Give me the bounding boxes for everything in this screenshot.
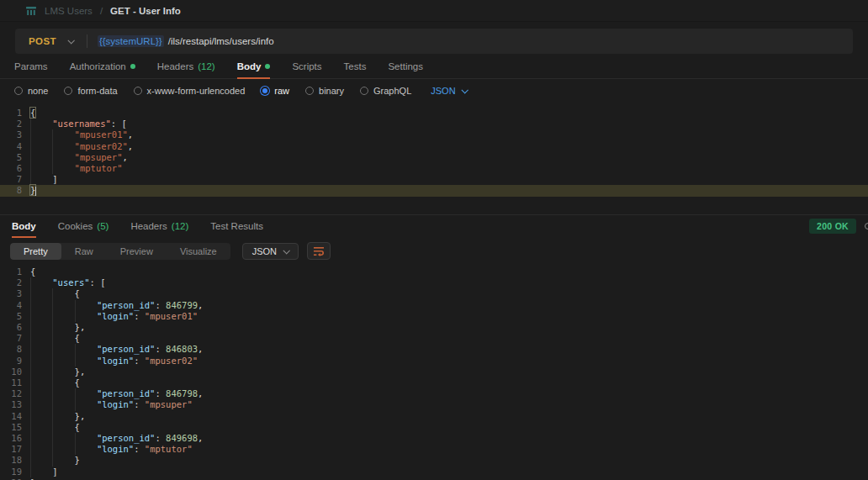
line-number: 5 — [0, 152, 30, 163]
chevron-down-icon[interactable] — [67, 37, 74, 44]
view-visualize[interactable]: Visualize — [167, 243, 230, 260]
text-caret — [35, 187, 36, 196]
code-content: }, — [30, 322, 85, 333]
tab-params[interactable]: Params — [14, 54, 48, 78]
code-content: "mpuser02", — [30, 141, 133, 152]
line-number: 7 — [0, 333, 30, 344]
code-content: "person_id": 846798, — [30, 388, 203, 399]
line-number: 3 — [0, 288, 30, 299]
radio-label: none — [28, 86, 48, 96]
wrap-lines-button[interactable] — [307, 242, 331, 260]
line-number: 4 — [0, 300, 30, 311]
language-label: JSON — [431, 86, 455, 96]
line-number: 3 — [0, 129, 30, 140]
code-line: 12 "person_id": 846798, — [0, 388, 868, 399]
line-number: 13 — [0, 399, 30, 410]
tab-count: (12) — [172, 221, 188, 231]
code-line: 15 { — [0, 422, 868, 433]
tab-label: Authorization — [70, 61, 126, 71]
breadcrumb-separator: / — [100, 6, 103, 16]
tab-authorization[interactable]: Authorization — [70, 54, 135, 78]
line-number: 16 — [0, 433, 30, 444]
response-tab-headers[interactable]: Headers (12) — [130, 215, 188, 237]
code-content: "login": "mpuser01" — [30, 311, 198, 322]
line-number: 1 — [0, 266, 30, 277]
tab-headers[interactable]: Headers (12) — [157, 54, 215, 78]
response-meta-bar: Body Cookies (5) Headers (12) Test Resul… — [0, 215, 868, 237]
radio-label: x-www-form-urlencoded — [147, 86, 246, 96]
code-line: 10 }, — [0, 367, 868, 377]
tab-body[interactable]: Body — [237, 54, 271, 78]
code-content: }, — [30, 367, 85, 377]
request-body-editor[interactable]: 1{2 "usernames": [3 "mpuser01",4 "mpuser… — [0, 102, 868, 214]
radio-label: raw — [274, 86, 289, 96]
method-selector[interactable]: POST — [15, 36, 68, 46]
code-line: 4 "mpuser02", — [0, 141, 868, 152]
collection-icon — [25, 5, 37, 17]
code-line: 2 "usernames": [ — [0, 119, 868, 129]
url-input[interactable]: /ils/restapi/lms/users/info — [168, 36, 274, 46]
view-pretty[interactable]: Pretty — [10, 243, 61, 260]
divider — [87, 34, 87, 48]
code-line: 2 "users": [ — [0, 277, 868, 288]
radio-raw[interactable]: raw — [261, 86, 289, 96]
tab-settings[interactable]: Settings — [388, 54, 423, 78]
tab-tests[interactable]: Tests — [344, 54, 367, 78]
response-view-switcher: Pretty Raw Preview Visualize — [10, 243, 230, 260]
radio-none[interactable]: none — [14, 86, 48, 96]
response-language-dropdown[interactable]: JSON — [242, 243, 299, 260]
tab-scripts[interactable]: Scripts — [292, 54, 321, 78]
radio-form-data[interactable]: form-data — [64, 86, 117, 96]
radio-binary[interactable]: binary — [305, 86, 344, 96]
tab-label: Tests — [344, 61, 367, 71]
radio-x-www-form-urlencoded[interactable]: x-www-form-urlencoded — [134, 86, 246, 96]
green-dot-icon — [265, 64, 270, 69]
code-line: 4 "person_id": 846799, — [0, 300, 868, 311]
code-content: ] — [30, 467, 58, 477]
request-url-bar: POST {{systemURL}} /ils/restapi/lms/user… — [15, 29, 853, 54]
code-content: { — [30, 333, 80, 344]
line-number: 11 — [0, 377, 30, 388]
line-number: 12 — [0, 388, 30, 399]
code-line: 11 { — [0, 377, 868, 388]
code-content: { — [30, 266, 35, 277]
code-line: 9 "login": "mpuser02" — [0, 356, 868, 367]
response-tab-body[interactable]: Body — [12, 215, 36, 237]
radio-icon — [305, 87, 314, 95]
response-tab-test-results[interactable]: Test Results — [210, 215, 263, 237]
tab-label: Body — [12, 221, 36, 231]
code-content: { — [30, 377, 80, 388]
line-number: 18 — [0, 455, 30, 466]
breadcrumb: LMS Users / GET - User Info — [0, 0, 868, 22]
code-line: 8} — [0, 185, 868, 196]
view-preview[interactable]: Preview — [107, 243, 167, 260]
line-number: 6 — [0, 163, 30, 174]
breadcrumb-request-name: GET - User Info — [110, 6, 181, 16]
breadcrumb-collection[interactable]: LMS Users — [45, 6, 93, 16]
radio-icon — [64, 87, 72, 95]
radio-graphql[interactable]: GraphQL — [360, 86, 411, 96]
response-body-editor[interactable]: 1{2 "users": [3 {4 "person_id": 846799,5… — [0, 263, 868, 480]
code-content: { — [30, 108, 35, 119]
code-line: 1{ — [0, 108, 868, 119]
view-raw[interactable]: Raw — [61, 243, 107, 260]
radio-selected-icon — [261, 87, 269, 95]
clipped-meta-icon — [865, 223, 868, 229]
request-language-dropdown[interactable]: JSON — [431, 86, 466, 96]
active-tab-underline — [237, 77, 271, 79]
code-content: } — [30, 185, 36, 196]
line-number: 10 — [0, 367, 30, 377]
line-number: 17 — [0, 444, 30, 455]
code-content: "login": "mpuser02" — [30, 356, 198, 367]
response-tab-cookies[interactable]: Cookies (5) — [58, 215, 109, 237]
line-number: 1 — [0, 108, 30, 119]
code-line: 14 }, — [0, 411, 868, 422]
code-content: }, — [30, 411, 85, 422]
code-content: ] — [30, 174, 58, 185]
radio-icon — [134, 87, 142, 95]
code-line: 6 "mptutor" — [0, 163, 868, 174]
code-line: 7 { — [0, 333, 868, 344]
status-badge: 200 OK — [809, 219, 856, 234]
body-mode-row: none form-data x-www-form-urlencoded raw… — [0, 79, 868, 102]
url-variable-chip[interactable]: {{systemURL}} — [98, 35, 164, 47]
